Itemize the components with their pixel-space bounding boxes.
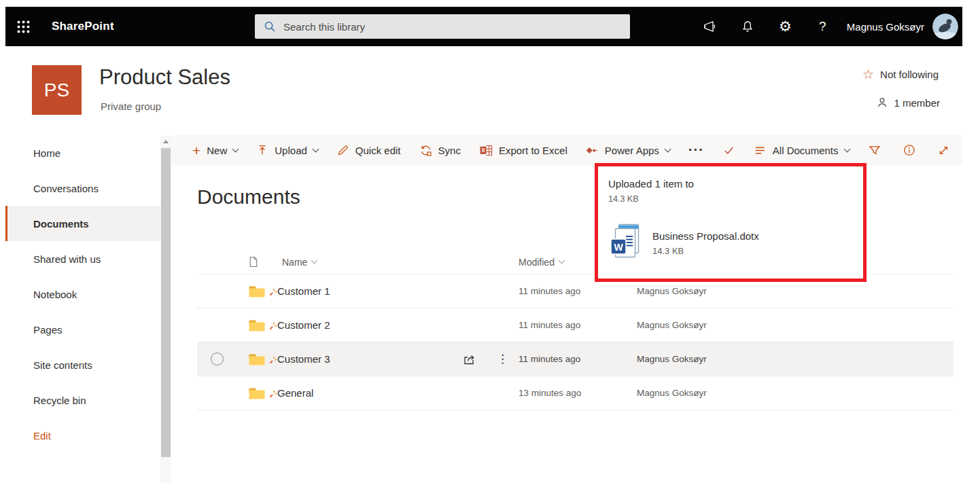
- export-to-excel-button[interactable]: X Export to Excel: [479, 143, 567, 157]
- command-bar: New Upload Quick edit Sync: [171, 135, 962, 165]
- suite-bar: SharePoint Magnus Goksøyr: [5, 7, 962, 46]
- members-button[interactable]: 1 member: [876, 96, 940, 109]
- file-type-column-icon[interactable]: [238, 256, 277, 268]
- sidebar-item-pages[interactable]: Pages: [5, 312, 160, 347]
- sidebar-scrollbar[interactable]: [160, 136, 171, 482]
- new-item-icon: [269, 355, 278, 364]
- view-selector-button[interactable]: All Documents: [754, 144, 850, 157]
- upload-label: Upload: [275, 145, 307, 156]
- sidebar-item-documents[interactable]: Documents: [5, 206, 160, 241]
- avatar[interactable]: [932, 14, 958, 39]
- user-name[interactable]: Magnus Goksøyr: [847, 21, 924, 33]
- new-item-icon: [269, 321, 278, 330]
- new-button[interactable]: New: [192, 143, 238, 158]
- upload-notification-callout: Uploaded 1 item to 14.3 KB W Business Pr…: [595, 163, 867, 282]
- saved-check-indicator[interactable]: [722, 144, 735, 157]
- uploaded-file-item[interactable]: W Business Proposal.dotx 14.3 KB: [610, 223, 759, 261]
- table-row[interactable]: Customer 2 11 minutes ago Magnus Goksøyr: [197, 308, 953, 342]
- row-selection-radio[interactable]: [211, 353, 224, 365]
- search-input[interactable]: [283, 21, 621, 33]
- sidebar-item-site-contents[interactable]: Site contents: [5, 347, 160, 382]
- person-icon: [876, 96, 888, 109]
- app-title[interactable]: SharePoint: [52, 20, 114, 33]
- modified-value: 11 minutes ago: [519, 354, 637, 364]
- sidebar-item-notebook[interactable]: Notebook: [5, 276, 160, 312]
- new-item-icon: [269, 389, 278, 398]
- modified-by-value[interactable]: Magnus Goksøyr: [637, 320, 953, 330]
- table-row[interactable]: General 13 minutes ago Magnus Goksøyr: [197, 376, 953, 410]
- chevron-down-icon: [664, 145, 671, 152]
- upload-total-size: 14.3 KB: [608, 194, 638, 204]
- site-header: PS Product Sales Private group Not follo…: [5, 46, 962, 133]
- export-to-excel-label: Export to Excel: [499, 145, 567, 156]
- pencil-icon: [336, 144, 349, 157]
- megaphone-icon[interactable]: [692, 7, 729, 46]
- sync-button[interactable]: Sync: [419, 144, 461, 157]
- new-item-icon: [269, 287, 278, 296]
- scrollbar-thumb[interactable]: [161, 148, 171, 457]
- modified-by-value[interactable]: Magnus Goksøyr: [637, 286, 953, 296]
- info-icon: [903, 143, 916, 157]
- sidebar-item-home[interactable]: Home: [5, 135, 160, 170]
- site-logo[interactable]: PS: [32, 65, 82, 115]
- members-label: 1 member: [894, 97, 940, 109]
- star-icon: [862, 68, 874, 81]
- svg-text:W: W: [614, 242, 623, 253]
- modified-by-value[interactable]: Magnus Goksøyr: [637, 354, 953, 364]
- plus-icon: [192, 143, 200, 158]
- modified-value: 11 minutes ago: [519, 286, 637, 296]
- folder-name[interactable]: General: [277, 387, 313, 399]
- settings-gear-icon[interactable]: [767, 7, 804, 46]
- uploaded-file-size: 14.3 KB: [652, 246, 759, 256]
- folder-name[interactable]: Customer 2: [277, 319, 330, 331]
- app-launcher-icon[interactable]: [5, 7, 41, 46]
- search-icon: [264, 20, 276, 33]
- site-title: Product Sales: [99, 65, 230, 90]
- quick-edit-button[interactable]: Quick edit: [336, 144, 401, 157]
- upload-status-text: Uploaded 1 item to: [608, 178, 694, 190]
- svg-text:X: X: [481, 147, 485, 154]
- sidebar-nav: Home Conversations Documents Shared with…: [5, 133, 171, 485]
- chevron-down-icon: [843, 145, 850, 152]
- folder-name[interactable]: Customer 1: [277, 285, 330, 297]
- modified-value: 11 minutes ago: [519, 320, 637, 330]
- expand-diagonal-icon: [937, 144, 950, 157]
- share-button[interactable]: [453, 353, 487, 366]
- modified-by-value[interactable]: Magnus Goksøyr: [637, 388, 953, 398]
- upload-arrow-icon: [256, 144, 268, 156]
- power-apps-button[interactable]: Power Apps: [586, 144, 670, 157]
- site-privacy-label: Private group: [101, 101, 161, 112]
- view-list-icon: [754, 144, 767, 157]
- chevron-down-icon: [558, 257, 565, 264]
- filter-funnel-icon: [868, 143, 881, 157]
- uploaded-file-name[interactable]: Business Proposal.dotx: [652, 230, 759, 242]
- table-row-selected[interactable]: Customer 3 11 minutes ago Magnus Goksøyr: [197, 342, 953, 376]
- modified-value: 13 minutes ago: [519, 388, 637, 398]
- checkmark-icon: [722, 144, 735, 157]
- excel-icon: X: [479, 143, 493, 157]
- power-apps-label: Power Apps: [605, 145, 659, 156]
- sidebar-edit-link[interactable]: Edit: [5, 418, 160, 453]
- follow-button[interactable]: Not following: [862, 68, 939, 81]
- scrollbar-up-arrow-icon[interactable]: [160, 136, 171, 147]
- suite-bar-actions: Magnus Goksøyr: [692, 7, 960, 46]
- chevron-down-icon: [232, 145, 239, 152]
- upload-button[interactable]: Upload: [256, 144, 318, 156]
- more-commands-button[interactable]: [688, 145, 704, 156]
- details-info-button[interactable]: [903, 143, 916, 157]
- item-more-button[interactable]: [487, 352, 519, 366]
- library-heading: Documents: [197, 185, 300, 209]
- sidebar-item-shared-with-us[interactable]: Shared with us: [5, 241, 160, 276]
- new-label: New: [207, 145, 227, 156]
- fullscreen-expand-button[interactable]: [937, 144, 950, 157]
- search-bar[interactable]: [255, 14, 630, 39]
- sync-label: Sync: [438, 145, 461, 156]
- filter-button[interactable]: [868, 143, 881, 157]
- column-header-name[interactable]: Name: [282, 257, 453, 268]
- help-icon[interactable]: [804, 7, 841, 46]
- folder-name[interactable]: Customer 3: [277, 353, 330, 365]
- chevron-down-icon: [311, 257, 318, 264]
- sidebar-item-conversations[interactable]: Conversations: [5, 170, 160, 206]
- bell-icon[interactable]: [729, 7, 767, 46]
- sidebar-item-recycle-bin[interactable]: Recycle bin: [5, 382, 160, 418]
